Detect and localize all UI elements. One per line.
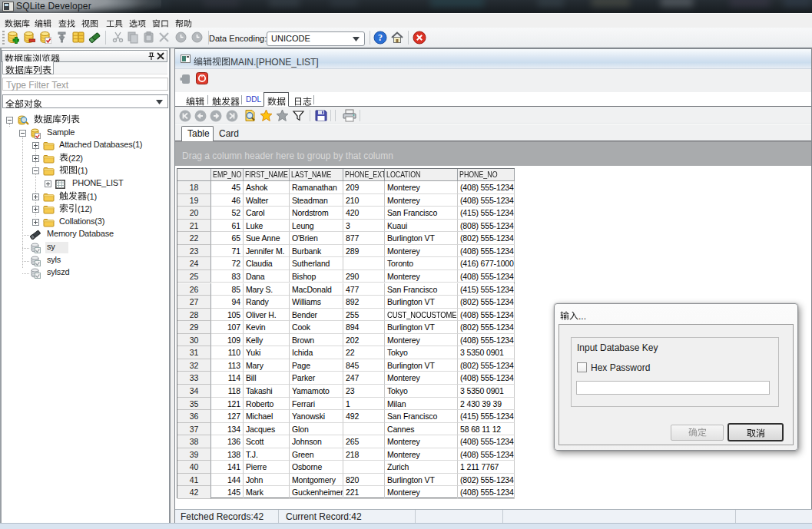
svg-text:?: ? [378, 32, 383, 43]
